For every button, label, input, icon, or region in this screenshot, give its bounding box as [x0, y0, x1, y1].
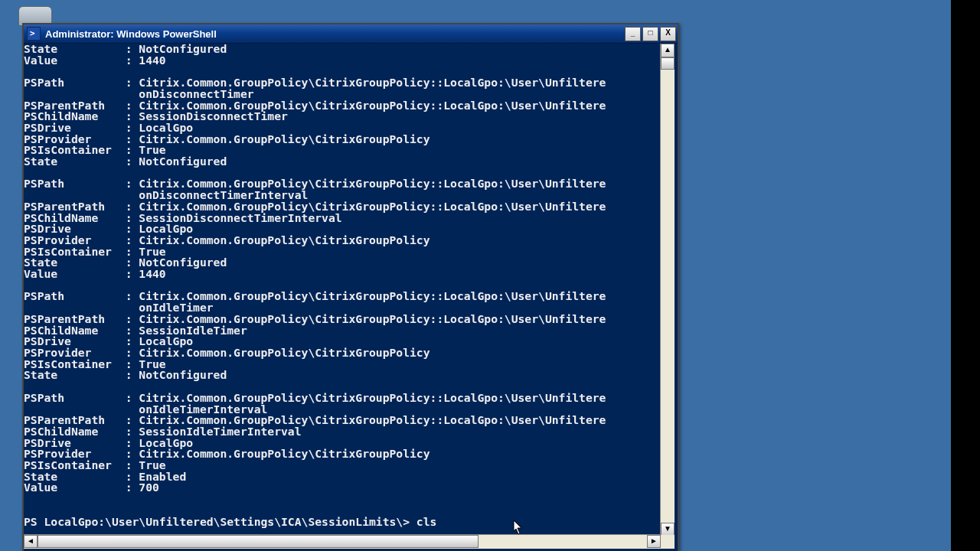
scroll-up-arrow[interactable]: ▲: [661, 44, 675, 57]
vertical-scroll-thumb[interactable]: [661, 57, 675, 70]
scrollbar-corner: [661, 535, 675, 549]
powershell-icon: [27, 27, 41, 41]
client-area: State : NotConfigured Value : 1440 PSPat…: [24, 44, 675, 549]
titlebar[interactable]: Administrator: Windows PowerShell _ □ X: [24, 24, 678, 44]
scroll-right-arrow[interactable]: ►: [647, 535, 661, 548]
minimize-button[interactable]: _: [625, 27, 641, 41]
vertical-scrollbar[interactable]: ▲ ▼: [660, 44, 675, 536]
window-title: Administrator: Windows PowerShell: [45, 28, 623, 40]
right-border-strip: [951, 0, 980, 551]
horizontal-scroll-thumb[interactable]: [38, 535, 479, 548]
powershell-window: Administrator: Windows PowerShell _ □ X …: [22, 23, 679, 551]
console-output[interactable]: State : NotConfigured Value : 1440 PSPat…: [24, 44, 658, 536]
close-button[interactable]: X: [660, 27, 676, 41]
horizontal-scrollbar[interactable]: ◄ ►: [24, 534, 661, 549]
maximize-button[interactable]: □: [642, 27, 658, 41]
scroll-left-arrow[interactable]: ◄: [24, 535, 38, 548]
